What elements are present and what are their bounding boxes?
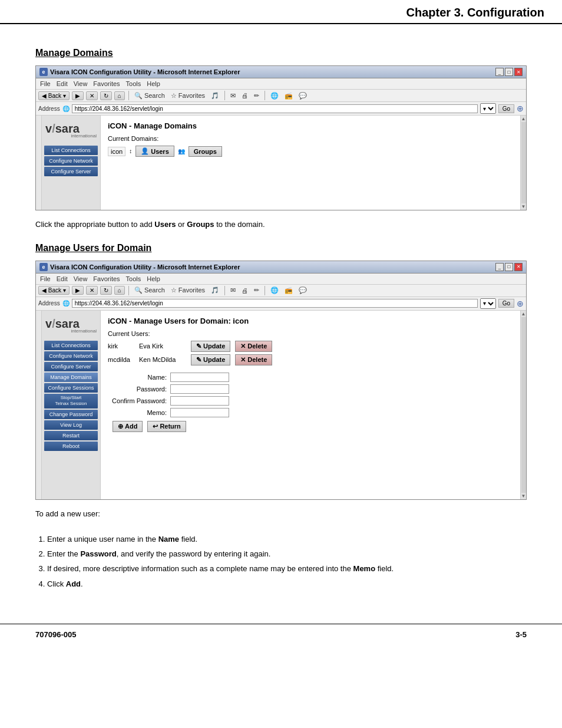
search-icon-2[interactable]: 🔍 Search	[133, 286, 167, 295]
refresh-btn-2[interactable]: ↻	[100, 286, 112, 295]
menu-help-2[interactable]: Help	[145, 275, 162, 283]
minimize-btn-2[interactable]: _	[495, 263, 504, 271]
menu-view-2[interactable]: View	[72, 275, 90, 283]
scroll-up-arrow-1[interactable]: ▲	[521, 116, 526, 121]
main-title-1: iCON - Manage Domains	[108, 121, 513, 130]
menu-tools-2[interactable]: Tools	[124, 275, 143, 283]
nav-icon-print[interactable]: 🖨	[240, 91, 250, 100]
minimize-btn-1[interactable]: _	[495, 68, 504, 76]
sidebar-configure-server-2[interactable]: Configure Server	[44, 362, 98, 371]
delete-btn-mcdilda[interactable]: ✕ Delete	[235, 354, 272, 365]
sidebar-reboot-2[interactable]: Reboot	[44, 442, 98, 451]
sidebar-view-log-2[interactable]: View Log	[44, 420, 98, 430]
search-icon-1[interactable]: 🔍 Search	[133, 91, 167, 100]
sidebar-change-password-2[interactable]: Change Password	[44, 410, 98, 419]
step-4: Click Add.	[47, 577, 527, 591]
nav-icon-mail[interactable]: ✉	[229, 91, 237, 100]
browser-menubar-2: File Edit View Favorites Tools Help	[36, 274, 526, 285]
form-input-memo[interactable]	[170, 408, 229, 417]
groups-btn[interactable]: Groups	[189, 146, 222, 157]
add-btn[interactable]: ⊕ Add	[113, 421, 143, 432]
groups-btn-label: Groups	[194, 148, 217, 155]
sidebar-configure-sessions-2[interactable]: Configure Sessions	[44, 383, 98, 393]
update-btn-mcdilda[interactable]: ✎ Update	[191, 354, 230, 365]
visara-logo-1: v/sara international	[44, 120, 98, 141]
home-btn-1[interactable]: ⌂	[114, 91, 125, 100]
menu-edit-2[interactable]: Edit	[55, 275, 70, 283]
address-input-1[interactable]	[72, 104, 478, 113]
menu-edit-1[interactable]: Edit	[55, 80, 70, 88]
delete-icon-kirk: ✕	[240, 342, 246, 350]
logo-text-1: v/sara	[45, 123, 97, 134]
menu-file-2[interactable]: File	[38, 275, 52, 283]
sidebar-stop-start-2[interactable]: Stop/StartTelnax Session	[44, 394, 98, 409]
sidebar-list-connections-1[interactable]: List Connections	[44, 146, 98, 155]
delete-btn-kirk[interactable]: ✕ Delete	[235, 341, 272, 352]
maximize-btn-2[interactable]: □	[505, 263, 513, 271]
scroll-up-arrow-2[interactable]: ▲	[521, 311, 526, 317]
sidebar-configure-server-1[interactable]: Configure Server	[44, 167, 98, 176]
browser-sidebar-2: v/sara international List Connections Co…	[42, 311, 101, 499]
instruction-groups-bold: Groups	[187, 220, 214, 229]
browser-icon-2: e	[39, 263, 48, 271]
go-btn-2[interactable]: Go	[498, 299, 514, 308]
menu-tools-1[interactable]: Tools	[124, 80, 143, 88]
back-btn-2[interactable]: ◀ Back ▾	[38, 286, 70, 295]
browser-title-left-1: e Visara ICON Configuration Utility - Mi…	[39, 68, 240, 76]
go-btn-1[interactable]: Go	[498, 104, 514, 113]
media-icon-1[interactable]: 🎵	[209, 91, 221, 100]
sidebar-list-connections-2[interactable]: List Connections	[44, 341, 98, 350]
nav-icon-chat: 💬	[297, 91, 309, 100]
logo-text-2: v/sara	[45, 318, 97, 330]
current-users-label: Current Users:	[108, 330, 513, 337]
forward-btn-2[interactable]: ▶	[72, 286, 84, 295]
current-domains-label: Current Domains:	[108, 135, 513, 142]
scroll-down-arrow-2[interactable]: ▼	[521, 493, 526, 499]
menu-help-1[interactable]: Help	[145, 80, 162, 88]
nav2-icon-edit[interactable]: ✏	[252, 286, 261, 295]
sidebar-configure-network-2[interactable]: Configure Network	[44, 351, 98, 361]
scroll-down-arrow-1[interactable]: ▼	[521, 204, 526, 209]
refresh-btn-1[interactable]: ↻	[100, 91, 112, 100]
menu-favorites-2[interactable]: Favorites	[91, 275, 121, 283]
return-btn[interactable]: ↩ Return	[147, 421, 186, 432]
form-row-memo: Memo:	[108, 408, 513, 417]
media-icon-2[interactable]: 🎵	[209, 286, 221, 295]
back-btn-1[interactable]: ◀ Back ▾	[38, 91, 70, 100]
menu-view-1[interactable]: View	[72, 80, 90, 88]
maximize-btn-1[interactable]: □	[505, 68, 513, 76]
right-scroll-2[interactable]: ▲ ▼	[520, 311, 526, 499]
forward-btn-1[interactable]: ▶	[72, 91, 84, 100]
home-btn-2[interactable]: ⌂	[114, 286, 125, 295]
menu-favorites-1[interactable]: Favorites	[91, 80, 121, 88]
sidebar-manage-domains-2[interactable]: Manage Domains	[44, 373, 98, 382]
nav-icon-edit[interactable]: ✏	[252, 91, 261, 100]
form-input-name[interactable]	[170, 373, 229, 382]
step-1: Enter a unique user name in the Name fie…	[47, 532, 527, 546]
update-label-mcdilda: Update	[203, 356, 225, 363]
menu-file-1[interactable]: File	[38, 80, 52, 88]
footer-left: 707096-005	[35, 630, 76, 639]
sidebar-restart-2[interactable]: Restart	[44, 431, 98, 440]
update-btn-kirk[interactable]: ✎ Update	[191, 341, 230, 352]
close-btn-2[interactable]: ✕	[514, 263, 523, 271]
sidebar-configure-network-1[interactable]: Configure Network	[44, 156, 98, 166]
favorites-icon-2[interactable]: ☆ Favorites	[169, 286, 207, 295]
nav2-icon-mail[interactable]: ✉	[229, 286, 237, 295]
close-btn-1[interactable]: ✕	[514, 68, 523, 76]
nav2-icon-print[interactable]: 🖨	[240, 286, 250, 295]
form-input-confirm[interactable]	[170, 396, 229, 406]
address-icon-1: 🌐	[62, 106, 70, 112]
right-scroll-1[interactable]: ▲ ▼	[520, 116, 526, 210]
between-instruction: Click the appropriate button to add User…	[35, 219, 527, 231]
stop-btn-1[interactable]: ✕	[86, 91, 98, 100]
address-dropdown-2[interactable]: ▾	[480, 298, 496, 309]
address-input-2[interactable]	[72, 299, 478, 308]
favorites-icon-1[interactable]: ☆ Favorites	[169, 91, 207, 100]
form-input-password[interactable]	[170, 384, 229, 394]
instruction-before: Click the appropriate button to add	[35, 220, 154, 229]
users-btn[interactable]: 👤 Users	[135, 146, 174, 157]
stop-btn-2[interactable]: ✕	[86, 286, 98, 295]
address-dropdown-1[interactable]: ▾	[480, 103, 496, 114]
browser-content-2: v/sara international List Connections Co…	[36, 311, 526, 499]
